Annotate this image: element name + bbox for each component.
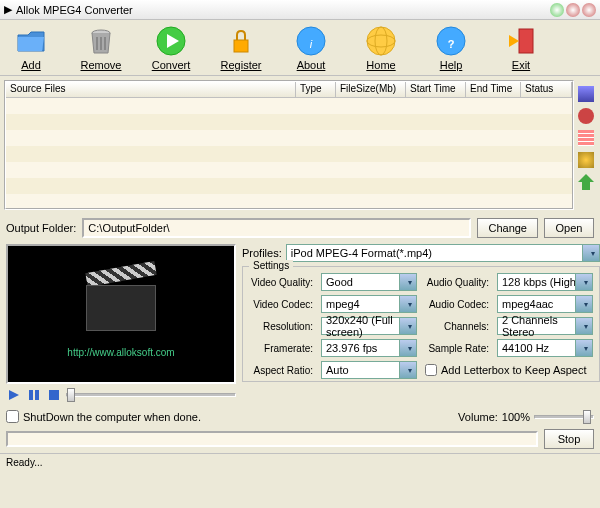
video-codec-label: Video Codec: (249, 299, 313, 310)
framerate-label: Framerate: (249, 343, 313, 354)
exit-icon (505, 25, 537, 57)
status-bar: Ready... (0, 453, 600, 471)
profiles-select[interactable]: iPod MPEG-4 Format(*.mp4) (286, 244, 600, 262)
close-button[interactable] (582, 3, 596, 17)
volume-slider[interactable] (534, 415, 594, 419)
stop-playback-button[interactable] (46, 388, 62, 402)
side-grid-icon[interactable] (578, 130, 594, 146)
audio-quality-label: Audio Quality: (425, 277, 489, 288)
about-button[interactable]: i About (286, 22, 336, 73)
svg-text:?: ? (448, 38, 455, 50)
table-header: Source Files Type FileSize(Mb) Start Tim… (6, 82, 572, 98)
play-button[interactable] (6, 388, 22, 402)
side-refresh-icon[interactable] (578, 174, 594, 190)
svg-rect-13 (519, 29, 533, 53)
side-toolbar (576, 80, 596, 210)
col-status[interactable]: Status (521, 82, 572, 97)
stop-button[interactable]: Stop (544, 429, 594, 449)
audio-quality-select[interactable]: 128 kbps (High) (497, 273, 593, 291)
remove-button[interactable]: Remove (76, 22, 126, 73)
open-button[interactable]: Open (544, 218, 594, 238)
letterbox-checkbox[interactable] (425, 364, 437, 376)
resolution-label: Resolution: (249, 321, 313, 332)
help-button[interactable]: ? Help (426, 22, 476, 73)
title-bar: ▶ Allok MPEG4 Converter (0, 0, 600, 20)
svg-rect-5 (234, 40, 248, 52)
video-codec-select[interactable]: mpeg4 (321, 295, 417, 313)
play-icon (155, 25, 187, 57)
exit-button[interactable]: Exit (496, 22, 546, 73)
seek-slider[interactable] (66, 393, 236, 397)
table-body[interactable] (6, 98, 572, 210)
app-icon: ▶ (4, 3, 12, 16)
output-folder-label: Output Folder: (6, 222, 76, 234)
register-button[interactable]: Register (216, 22, 266, 73)
clapperboard-icon (86, 271, 156, 331)
resolution-select[interactable]: 320x240 (Full screen) (321, 317, 417, 335)
preview-url: http://www.alloksoft.com (67, 347, 174, 358)
file-list-table[interactable]: Source Files Type FileSize(Mb) Start Tim… (4, 80, 574, 210)
globe-icon (365, 25, 397, 57)
volume-value: 100% (502, 411, 530, 423)
aspect-label: Aspect Ratio: (249, 365, 313, 376)
maximize-button[interactable] (566, 3, 580, 17)
aspect-select[interactable]: Auto (321, 361, 417, 379)
col-type[interactable]: Type (296, 82, 336, 97)
settings-fieldset: Settings Video Quality: Good Audio Quali… (242, 266, 600, 382)
info-icon: i (295, 25, 327, 57)
col-start[interactable]: Start Time (406, 82, 466, 97)
channels-select[interactable]: 2 Channels Stereo (497, 317, 593, 335)
svg-point-8 (367, 27, 395, 55)
channels-label: Channels: (425, 321, 489, 332)
change-button[interactable]: Change (477, 218, 538, 238)
main-toolbar: Add Remove Convert Register i About Home… (0, 20, 600, 76)
audio-codec-label: Audio Codec: (425, 299, 489, 310)
home-button[interactable]: Home (356, 22, 406, 73)
sample-rate-label: Sample Rate: (425, 343, 489, 354)
shutdown-checkbox[interactable] (6, 410, 19, 423)
letterbox-label: Add Letterbox to Keep Aspect (441, 364, 587, 376)
folder-icon (15, 25, 47, 57)
profiles-label: Profiles: (242, 247, 282, 259)
framerate-select[interactable]: 23.976 fps (321, 339, 417, 357)
help-icon: ? (435, 25, 467, 57)
col-source[interactable]: Source Files (6, 82, 296, 97)
svg-rect-16 (49, 390, 59, 400)
svg-rect-14 (29, 390, 33, 400)
app-title: Allok MPEG4 Converter (16, 4, 133, 16)
col-filesize[interactable]: FileSize(Mb) (336, 82, 406, 97)
side-add-icon[interactable] (578, 108, 594, 124)
audio-codec-select[interactable]: mpeg4aac (497, 295, 593, 313)
pause-button[interactable] (26, 388, 42, 402)
progress-bar (6, 431, 538, 447)
preview-area: http://www.alloksoft.com (6, 244, 236, 384)
output-folder-input[interactable] (82, 218, 471, 238)
sample-rate-select[interactable]: 44100 Hz (497, 339, 593, 357)
video-quality-select[interactable]: Good (321, 273, 417, 291)
convert-button[interactable]: Convert (146, 22, 196, 73)
trash-icon (85, 25, 117, 57)
lock-icon (225, 25, 257, 57)
col-end[interactable]: End Time (466, 82, 521, 97)
minimize-button[interactable] (550, 3, 564, 17)
svg-rect-15 (35, 390, 39, 400)
add-button[interactable]: Add (6, 22, 56, 73)
side-save-icon[interactable] (578, 86, 594, 102)
video-quality-label: Video Quality: (249, 277, 313, 288)
side-gear-icon[interactable] (578, 152, 594, 168)
volume-label: Volume: (458, 411, 498, 423)
shutdown-label: ShutDown the computer when done. (23, 411, 201, 423)
settings-legend: Settings (249, 260, 293, 271)
